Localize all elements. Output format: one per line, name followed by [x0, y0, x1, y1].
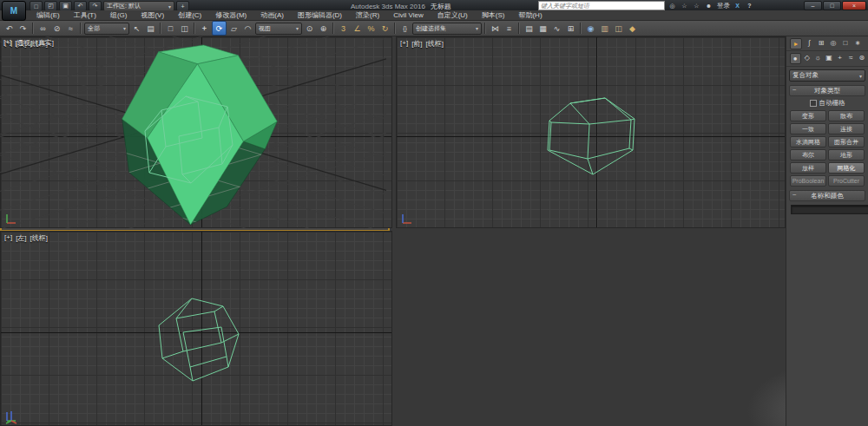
- category-geometry-icon[interactable]: [790, 53, 801, 64]
- select-and-move-button[interactable]: [198, 22, 211, 35]
- scene-object-left-wireframe[interactable]: [154, 294, 244, 386]
- select-and-manipulate-button[interactable]: [317, 22, 330, 35]
- viewport-menu-shading[interactable]: [真实]: [36, 38, 54, 48]
- favorites-icon[interactable]: [692, 2, 701, 10]
- tab-display-icon[interactable]: [840, 38, 851, 48]
- menu-edit[interactable]: 编辑(E): [30, 10, 67, 20]
- object-name-field[interactable]: [791, 205, 868, 214]
- material-editor-button[interactable]: [584, 22, 597, 35]
- selection-region-button[interactable]: [164, 22, 177, 35]
- edit-named-sets-button[interactable]: [398, 22, 411, 35]
- viewport-menu-shading[interactable]: [线框]: [30, 233, 48, 243]
- menu-group[interactable]: 组(G): [103, 10, 135, 20]
- viewport-left[interactable]: [+] [左] [线框]: [0, 231, 392, 426]
- menu-animation[interactable]: 动画(A): [253, 10, 291, 20]
- unlink-selection-button[interactable]: [50, 22, 63, 35]
- exchange-apps-icon[interactable]: [733, 2, 742, 10]
- use-center-button[interactable]: [303, 22, 316, 35]
- minimize-button[interactable]: [804, 1, 822, 10]
- sign-in-link[interactable]: 登录: [717, 2, 730, 10]
- render-setup-button[interactable]: [598, 22, 611, 35]
- user-icon[interactable]: [704, 2, 713, 10]
- button-boolean[interactable]: 布尔: [790, 149, 826, 161]
- geometry-category-dropdown[interactable]: 复合对象 ▾: [789, 69, 865, 82]
- select-and-scale-button[interactable]: [227, 22, 240, 35]
- curve-editor-button[interactable]: [550, 22, 563, 35]
- category-helpers-icon[interactable]: [835, 53, 845, 62]
- tab-modify-icon[interactable]: [804, 38, 814, 48]
- button-terrain[interactable]: 地形: [828, 149, 865, 161]
- manage-layers-button[interactable]: [523, 22, 536, 35]
- select-and-place-button[interactable]: [241, 22, 254, 35]
- percent-snap-button[interactable]: [365, 22, 378, 35]
- button-blobmesh[interactable]: 水滴网格: [790, 136, 826, 147]
- button-loft[interactable]: 放样: [790, 162, 826, 174]
- button-shapemerge[interactable]: 图形合并: [828, 136, 865, 147]
- scene-object-top-wireframe[interactable]: [142, 93, 240, 187]
- viewport-menu-plus[interactable]: [+]: [3, 38, 11, 48]
- search-input[interactable]: [538, 1, 665, 10]
- subscription-icon[interactable]: [680, 2, 689, 10]
- menu-graph-editors[interactable]: 图形编辑器(D): [291, 10, 349, 20]
- mirror-button[interactable]: [489, 22, 502, 35]
- button-conform[interactable]: 一致: [790, 123, 826, 134]
- viewport-menu-view[interactable]: [透视]: [15, 38, 32, 48]
- maximize-button[interactable]: [823, 1, 841, 10]
- spinner-snap-button[interactable]: [378, 22, 391, 35]
- reference-coordsys-dropdown[interactable]: 视图 ▾: [255, 23, 302, 35]
- rollout-object-type[interactable]: 对象类型: [789, 85, 865, 96]
- undo-button[interactable]: [3, 22, 16, 35]
- button-morph[interactable]: 变形: [790, 110, 826, 121]
- button-proboolean[interactable]: ProBoolean: [790, 175, 826, 187]
- viewport-menu-plus[interactable]: [+]: [4, 233, 12, 243]
- category-lights-icon[interactable]: [813, 53, 823, 62]
- category-cameras-icon[interactable]: [825, 53, 834, 62]
- button-mesher[interactable]: 网格化: [828, 162, 865, 174]
- bind-to-spacewarp-button[interactable]: [64, 22, 77, 35]
- select-by-name-button[interactable]: [144, 22, 157, 35]
- tab-motion-icon[interactable]: [828, 38, 838, 48]
- help-icon[interactable]: [745, 2, 754, 10]
- snap-toggle-3d-button[interactable]: [337, 22, 350, 35]
- menu-help[interactable]: 帮助(H): [511, 10, 549, 20]
- viewport-menu-plus[interactable]: [+]: [400, 39, 408, 49]
- menu-create[interactable]: 创建(C): [171, 10, 208, 20]
- align-button[interactable]: [503, 22, 516, 35]
- tab-utilities-icon[interactable]: [852, 38, 863, 48]
- button-connect[interactable]: 连接: [828, 123, 865, 134]
- button-scatter[interactable]: 散布: [828, 110, 865, 121]
- viewport-front[interactable]: [+] [前] [线框]: [396, 36, 786, 228]
- menu-customize[interactable]: 自定义(U): [431, 10, 475, 20]
- window-crossing-button[interactable]: [178, 22, 191, 35]
- rollout-name-color[interactable]: 名称和颜色: [789, 190, 865, 201]
- select-object-button[interactable]: [130, 22, 143, 35]
- menu-views[interactable]: 视图(V): [134, 10, 171, 20]
- schematic-view-button[interactable]: [564, 22, 577, 35]
- search-icon[interactable]: [667, 2, 677, 10]
- rendered-frame-button[interactable]: [612, 22, 625, 35]
- menu-tools[interactable]: 工具(T): [67, 10, 103, 20]
- redo-button[interactable]: [16, 22, 30, 35]
- graphite-ribbon-button[interactable]: [536, 22, 549, 35]
- button-procutter[interactable]: ProCutter: [828, 175, 865, 187]
- application-menu-button[interactable]: [2, 1, 26, 21]
- named-sets-dropdown[interactable]: 创建选择集 ▾: [412, 23, 482, 35]
- selection-filter-dropdown[interactable]: 全部 ▾: [84, 23, 129, 35]
- viewport-menu-view[interactable]: [左]: [16, 233, 26, 243]
- menu-rendering[interactable]: 渲染(R): [349, 10, 386, 20]
- render-production-button[interactable]: [626, 22, 639, 35]
- autogrid-checkbox[interactable]: [810, 100, 817, 107]
- menu-civil-view[interactable]: Civil View: [386, 11, 431, 19]
- viewport-menu-shading[interactable]: [线框]: [426, 39, 444, 49]
- viewport-menu-view[interactable]: [前]: [411, 39, 422, 49]
- category-systems-icon[interactable]: [857, 53, 866, 62]
- category-shapes-icon[interactable]: [803, 53, 812, 62]
- scene-object-front-wireframe[interactable]: [537, 96, 641, 178]
- tab-create-icon[interactable]: [790, 38, 802, 49]
- menu-scripting[interactable]: 脚本(S): [475, 10, 512, 20]
- menu-modifiers[interactable]: 修改器(M): [208, 10, 253, 20]
- select-and-link-button[interactable]: [36, 22, 49, 35]
- angle-snap-button[interactable]: [351, 22, 364, 35]
- close-button[interactable]: [842, 1, 866, 10]
- tab-hierarchy-icon[interactable]: [816, 38, 826, 48]
